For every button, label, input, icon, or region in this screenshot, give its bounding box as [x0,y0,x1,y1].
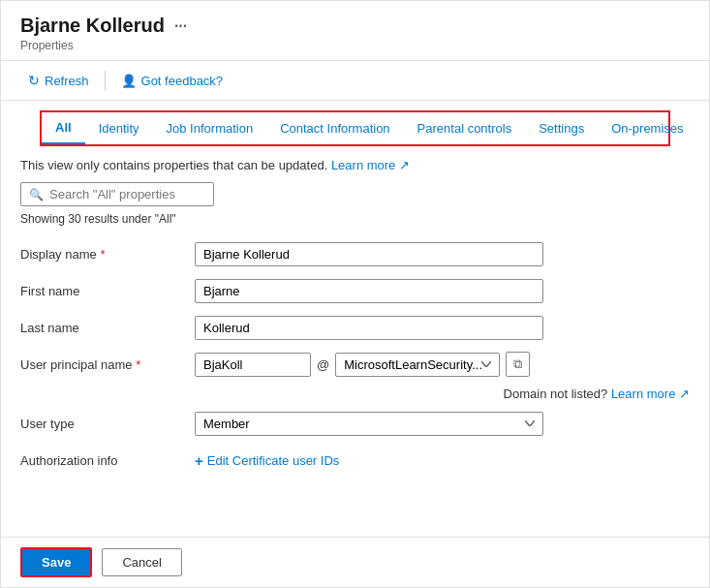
tabs-container: All Identity Job Information Contact Inf… [40,110,670,146]
tabs-wrapper: All Identity Job Information Contact Inf… [1,101,709,146]
auth-info-row: Authorization info Edit Certificate user… [20,446,690,475]
display-name-input[interactable] [195,242,543,266]
user-type-select[interactable]: Member Guest [195,412,543,436]
footer: Save Cancel [1,537,709,587]
refresh-button[interactable]: Refresh [20,69,97,92]
copy-upn-button[interactable]: ⧉ [506,352,530,377]
add-cert-label: Edit Certificate user IDs [207,453,340,468]
search-input[interactable] [49,187,205,201]
external-link-icon: ↗ [399,158,410,172]
form-table: Display name * First name Last name User… [20,239,690,475]
tabs: All Identity Job Information Contact Inf… [42,112,668,144]
learn-more-link[interactable]: Learn more ↗ [331,158,410,172]
user-type-row: User type Member Guest [20,409,690,438]
upn-container: @ MicrosoftLearnSecurity... ⧉ [195,352,563,377]
domain-learn-more-link[interactable]: Learn more ↗ [611,387,690,401]
toolbar-separator [105,71,106,90]
search-icon [29,187,44,201]
tab-parental-controls[interactable]: Parental controls [404,113,526,143]
at-sign: @ [317,357,329,372]
toolbar: Refresh Got feedback? [1,61,709,101]
auth-info-label: Authorization info [20,453,195,468]
tab-settings[interactable]: Settings [525,113,598,143]
page-title: Bjarne Kollerud [20,15,165,37]
first-name-row: First name [20,276,690,305]
first-name-input[interactable] [195,279,543,303]
feedback-button[interactable]: Got feedback? [113,70,232,92]
page-subtitle: Properties [20,39,690,52]
refresh-icon [28,73,40,88]
display-name-row: Display name * [20,239,690,268]
external-link-icon-2: ↗ [679,387,690,401]
info-text: This view only contains properties that … [20,158,690,172]
first-name-label: First name [20,284,195,298]
user-type-label: User type [20,417,195,431]
plus-icon [195,452,203,469]
upn-required: * [136,357,140,372]
tab-identity[interactable]: Identity [85,113,153,143]
feedback-icon [121,74,137,88]
tab-on-premises[interactable]: On-premises [598,113,696,143]
upn-label: User principal name * [20,357,195,372]
header: Bjarne Kollerud ··· Properties [1,1,709,61]
results-count: Showing 30 results under "All" [20,212,690,226]
domain-select[interactable]: MicrosoftLearnSecurity... [335,353,500,377]
ellipsis-menu[interactable]: ··· [174,17,187,35]
last-name-input[interactable] [195,316,543,340]
upn-row: User principal name * @ MicrosoftLearnSe… [20,350,690,379]
page-container: Bjarne Kollerud ··· Properties Refresh G… [0,0,710,588]
save-button[interactable]: Save [20,547,92,577]
feedback-label: Got feedback? [141,74,224,88]
display-name-label: Display name * [20,247,195,262]
add-certificate-button[interactable]: Edit Certificate user IDs [195,452,339,469]
content-area: This view only contains properties that … [1,146,709,537]
search-box[interactable] [20,182,214,206]
display-name-required: * [100,247,105,262]
refresh-label: Refresh [45,74,89,88]
domain-not-listed-row: Domain not listed? Learn more ↗ [195,387,690,401]
last-name-row: Last name [20,313,690,342]
header-title-row: Bjarne Kollerud ··· [20,15,690,37]
tab-all[interactable]: All [42,112,85,144]
tab-contact-information[interactable]: Contact Information [266,113,403,143]
tab-job-information[interactable]: Job Information [153,113,267,143]
upn-prefix-input[interactable] [195,353,311,377]
last-name-label: Last name [20,321,195,335]
user-type-select-container: Member Guest [195,412,543,436]
copy-icon: ⧉ [513,356,522,371]
cancel-button[interactable]: Cancel [102,548,181,576]
